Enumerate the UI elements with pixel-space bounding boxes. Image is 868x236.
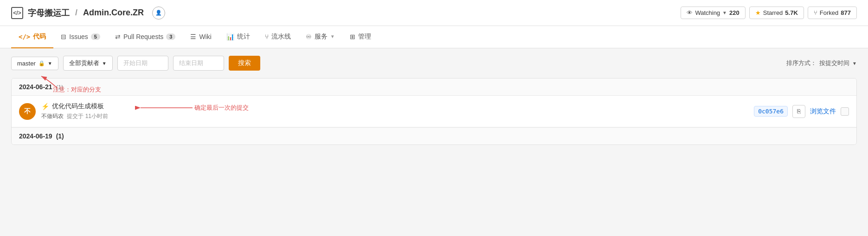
nav-code-label: 代码 [33, 33, 46, 41]
services-chevron: ▼ [330, 34, 335, 39]
date-header-1: 2024-06-21 (1) [12, 79, 856, 96]
repo-name[interactable]: Admin.Core.ZR [83, 8, 144, 18]
nav-item-wiki[interactable]: ☰ Wiki [183, 26, 219, 48]
nav-bar: </> 代码 ⊟ Issues 5 ⇄ Pull Requests 3 ☰ Wi… [0, 26, 868, 48]
copy-icon-1: ⎘ [797, 108, 801, 115]
contributor-label: 全部贡献者 [69, 59, 99, 67]
date-1-count: (1) [56, 84, 64, 91]
contributor-select[interactable]: 全部贡献者 ▼ [63, 56, 113, 71]
watch-button[interactable]: 👁 Watching ▼ 220 [681, 7, 745, 19]
date-header-2: 2024-06-19 (1) [12, 127, 856, 144]
nav-manage-label: 管理 [358, 33, 371, 41]
nav-item-manage[interactable]: ⊞ 管理 [342, 26, 379, 48]
commit-time-1: 提交于 11小时前 [67, 113, 108, 119]
eye-icon: 👁 [687, 9, 693, 16]
stats-nav-icon: 📊 [226, 33, 234, 40]
branch-select[interactable]: master 🔒 ▼ [11, 57, 58, 70]
commit-author-1[interactable]: 不做码农 [41, 113, 64, 119]
sort-label-text: 排序方式： [786, 59, 817, 67]
org-name[interactable]: 字母搬运工 [28, 7, 70, 19]
nav-pipeline-label: 流水线 [271, 33, 291, 41]
fork-icon: ⑂ [814, 9, 817, 16]
nav-issues-label: Issues [69, 33, 88, 40]
watch-chevron: ▼ [722, 10, 727, 15]
nav-item-pull-requests[interactable]: ⇄ Pull Requests 3 [108, 26, 183, 48]
fork-button[interactable]: ⑂ Forked 877 [808, 7, 857, 19]
commit-hash-1[interactable]: 0c057e6 [754, 106, 788, 117]
end-date-input[interactable]: 结束日期 [173, 56, 224, 71]
top-bar: </> 字母搬运工 / Admin.Core.ZR 👤 👁 Watching ▼… [0, 0, 868, 26]
manage-nav-icon: ⊞ [350, 33, 355, 40]
date-2-text: 2024-06-19 [19, 132, 52, 140]
star-button[interactable]: ★ Starred 5.7K [749, 7, 804, 19]
branch-chevron: ▼ [48, 61, 52, 66]
services-nav-icon: ♾ [306, 33, 312, 40]
star-icon: ★ [755, 9, 761, 16]
date-2-count: (1) [56, 132, 64, 140]
end-date-placeholder: 结束日期 [179, 59, 203, 66]
code-nav-icon: </> [19, 33, 30, 40]
commit-section: 2024-06-21 (1) 不 ⚡ 优化代码生成模板 不做码农 提交于 11小… [11, 78, 857, 145]
top-actions: 👁 Watching ▼ 220 ★ Starred 5.7K ⑂ Forked… [681, 7, 857, 19]
commit-title-1: ⚡ 优化代码生成模板 [41, 102, 748, 111]
commit-meta-1: 不做码农 提交于 11小时前 [41, 112, 748, 120]
start-date-placeholder: 开始日期 [123, 59, 148, 66]
repo-title: </> 字母搬运工 / Admin.Core.ZR 👤 [11, 7, 165, 20]
nav-item-services[interactable]: ♾ 服务 ▼ [298, 26, 342, 48]
nav-item-code[interactable]: </> 代码 [11, 26, 53, 48]
browse-files-button-1[interactable]: 浏览文件 [810, 107, 836, 116]
nav-item-pipeline[interactable]: ⑂ 流水线 [257, 26, 298, 48]
nav-wiki-label: Wiki [199, 33, 211, 40]
pipeline-nav-icon: ⑂ [265, 33, 269, 40]
commit-info-1: ⚡ 优化代码生成模板 不做码农 提交于 11小时前 [41, 102, 748, 120]
star-count: 5.7K [785, 9, 797, 16]
commit-row-wrapper: 不 ⚡ 优化代码生成模板 不做码农 提交于 11小时前 0c057e6 ⎘ [12, 96, 856, 127]
avatar-icon: 👤 [152, 7, 165, 20]
avatar-text-1: 不 [24, 107, 31, 116]
sort-control[interactable]: 排序方式： 按提交时间 ▼ [786, 59, 857, 67]
copy-hash-button-1[interactable]: ⎘ [792, 105, 805, 118]
search-button[interactable]: 搜索 [229, 56, 260, 71]
fork-count: 877 [841, 9, 851, 16]
date-1-text: 2024-06-21 [19, 83, 52, 91]
commit-avatar-1: 不 [19, 103, 36, 120]
pr-badge: 3 [166, 33, 175, 40]
commit-checkbox-1[interactable] [841, 107, 849, 116]
watch-count: 220 [729, 9, 739, 16]
filter-bar: master 🔒 ▼ 全部贡献者 ▼ 开始日期 结束日期 搜索 排序方式： 按提… [11, 56, 857, 71]
code-icon: </> [11, 7, 23, 19]
nav-pr-label: Pull Requests [123, 33, 163, 40]
nav-services-label: 服务 [315, 33, 328, 41]
issues-badge: 5 [91, 33, 100, 40]
content-area: master 🔒 ▼ 全部贡献者 ▼ 开始日期 结束日期 搜索 排序方式： 按提… [0, 48, 868, 234]
filter-row-wrapper: master 🔒 ▼ 全部贡献者 ▼ 开始日期 结束日期 搜索 排序方式： 按提… [11, 56, 857, 71]
pr-nav-icon: ⇄ [115, 33, 121, 40]
wiki-nav-icon: ☰ [190, 33, 196, 40]
issues-nav-icon: ⊟ [61, 33, 66, 40]
star-label: Starred [763, 9, 783, 16]
sort-chevron: ▼ [852, 61, 857, 66]
lightning-icon-1: ⚡ [41, 103, 49, 110]
branch-label: master [17, 60, 36, 67]
commit-right-1: 0c057e6 ⎘ 浏览文件 [754, 105, 849, 118]
nav-stats-label: 统计 [237, 33, 250, 41]
watch-label: Watching [695, 9, 720, 16]
separator: / [75, 8, 77, 18]
commit-title-text-1[interactable]: 优化代码生成模板 [52, 102, 104, 111]
fork-label: Forked [820, 9, 838, 16]
nav-item-issues[interactable]: ⊟ Issues 5 [53, 26, 108, 48]
contributor-chevron: ▼ [102, 61, 107, 66]
nav-item-stats[interactable]: 📊 统计 [219, 26, 257, 48]
start-date-input[interactable]: 开始日期 [117, 56, 168, 71]
sort-value-text: 按提交时间 [819, 59, 849, 67]
lock-icon: 🔒 [39, 60, 45, 66]
commit-row-1: 不 ⚡ 优化代码生成模板 不做码农 提交于 11小时前 0c057e6 ⎘ [12, 96, 856, 127]
